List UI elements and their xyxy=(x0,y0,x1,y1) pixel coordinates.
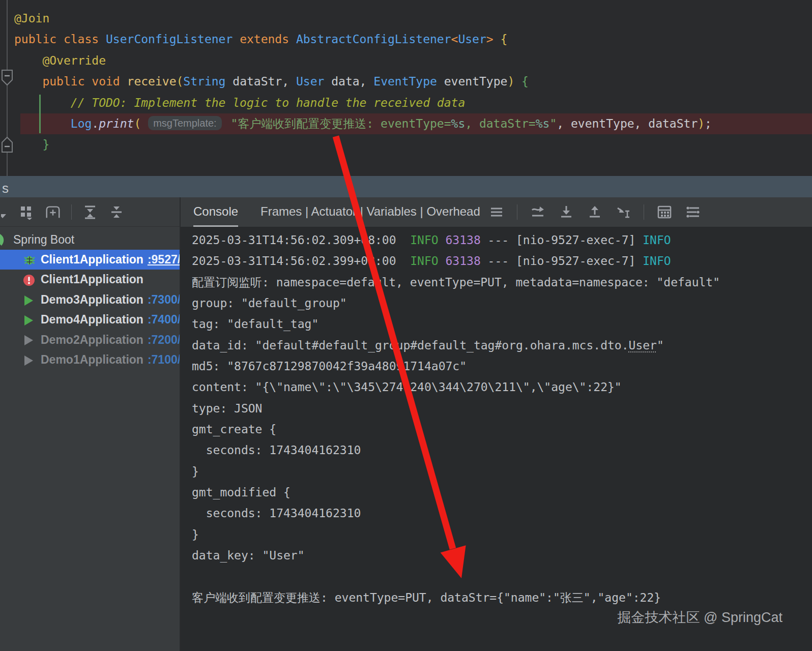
run-config-item[interactable]: Client1Application xyxy=(0,270,180,289)
tree-root-label: Spring Boot xyxy=(13,233,74,246)
run-dashboard-sidebar: Spring Boot Client1Application:9527/Clie… xyxy=(0,197,180,651)
run-config-item[interactable]: Demo3Application:7300/ xyxy=(0,290,180,310)
soft-wrap-icon[interactable] xyxy=(488,204,505,220)
code-token: @Join xyxy=(14,12,49,25)
code-lines: @Joinpublic class UserConfigListener ext… xyxy=(14,8,812,156)
tab-console[interactable]: Console xyxy=(193,197,238,227)
console-line: group: "default_group" xyxy=(192,293,720,314)
console-line: type: JSON xyxy=(192,398,720,419)
console-line: } xyxy=(192,461,720,482)
run-config-name: Demo1Application xyxy=(41,353,143,366)
code-token: , xyxy=(360,75,374,88)
fold-collapse-marker-icon[interactable] xyxy=(1,69,13,86)
code-token: , dataStr= xyxy=(465,117,535,130)
console-text: 63138 xyxy=(446,233,481,247)
code-token: , xyxy=(282,75,296,88)
scroll-to-end-icon[interactable] xyxy=(530,204,546,220)
code-token: eventType xyxy=(444,75,508,88)
code-token: %s xyxy=(536,117,550,130)
console-text: --- [nio-9527-exec-7] xyxy=(481,254,643,268)
console-text: seconds: 1743404162310 xyxy=(192,443,361,457)
console-text: } xyxy=(192,465,199,478)
code-token: User xyxy=(296,75,331,88)
console-text: --- [nio-9527-exec-7] xyxy=(481,233,643,247)
code-token: ) xyxy=(698,117,705,130)
group-tabs-icon[interactable] xyxy=(18,204,35,220)
code-token: ( xyxy=(134,117,141,130)
console-text: data_key: "User" xyxy=(192,549,305,562)
calculator-icon[interactable] xyxy=(656,204,673,220)
code-token: ( xyxy=(177,75,184,88)
code-token: " xyxy=(549,117,557,130)
code-token xyxy=(14,96,71,109)
run-config-item[interactable]: Demo1Application:7100/ xyxy=(0,350,180,370)
code-token: print xyxy=(99,117,134,130)
run-config-item[interactable]: Demo2Application:7200/ xyxy=(0,330,180,350)
code-token: . xyxy=(92,117,99,130)
code-token xyxy=(14,117,71,130)
code-line: @Join xyxy=(14,8,812,29)
expand-all-icon[interactable] xyxy=(82,204,98,220)
console-line: gmt_modified { xyxy=(192,482,720,503)
console-text: INFO xyxy=(643,254,671,268)
console-line: 客户端收到配置变更推送: eventType=PUT, dataStr={"na… xyxy=(192,587,720,608)
code-token: // TODO: Implement the logic to handle t… xyxy=(71,96,465,109)
console-text: type: JSON xyxy=(192,402,262,415)
port-link[interactable]: :7400/ xyxy=(148,313,181,326)
navigate-to-cursor-icon[interactable] xyxy=(615,204,631,220)
tab-frames-actuator-variables-overhead[interactable]: Frames | Actuator | Variables | Overhead xyxy=(260,197,480,225)
run-config-item[interactable]: Demo4Application:7400/ xyxy=(0,310,180,330)
play-icon xyxy=(22,314,38,327)
scroll-down-icon[interactable] xyxy=(558,204,574,220)
run-config-name: Demo4Application xyxy=(41,313,143,326)
code-token xyxy=(494,33,501,46)
console-output[interactable]: 2025-03-31T14:56:02.309+08:00 INFO 63138… xyxy=(192,230,720,608)
console-line: gmt_create { xyxy=(192,419,720,440)
console-line: 2025-03-31T14:56:02.309+08:00 INFO 63138… xyxy=(192,230,720,251)
add-service-icon[interactable] xyxy=(45,204,61,220)
console-text: } xyxy=(192,528,199,541)
run-config-name: Client1Application xyxy=(41,253,143,266)
fold-expand-marker-icon[interactable] xyxy=(1,136,13,154)
show-options-icon[interactable] xyxy=(685,204,701,220)
sidebar-toolbar xyxy=(0,197,180,227)
console-line xyxy=(192,567,720,587)
run-config-item[interactable]: Client1Application:9527/ xyxy=(0,250,180,270)
code-line: @Override xyxy=(14,50,812,71)
console-line: content: "{\"name\":\"\345\274\240\344\2… xyxy=(192,377,720,398)
code-editor[interactable]: @Joinpublic class UserConfigListener ext… xyxy=(0,0,812,176)
scroll-up-icon[interactable] xyxy=(587,204,603,220)
console-line: tag: "default_tag" xyxy=(192,314,720,335)
console-text: INFO xyxy=(410,233,438,247)
tree-root-spring-boot[interactable]: Spring Boot xyxy=(0,230,180,250)
port-link[interactable]: :7100/ xyxy=(148,353,181,366)
chevron-down-icon[interactable] xyxy=(1,204,8,220)
console-text xyxy=(439,233,446,247)
code-token: %s xyxy=(451,117,466,130)
console-text: 客户端收到配置变更推送: eventType=PUT, dataStr={"na… xyxy=(192,591,661,604)
code-token: @Override xyxy=(42,54,106,67)
code-line: public class UserConfigListener extends … xyxy=(14,29,812,50)
console-text: content: "{\"name\":\"\345\274\240\344\2… xyxy=(192,380,622,394)
port-link[interactable]: :7200/ xyxy=(148,333,181,346)
code-token: { xyxy=(501,33,508,46)
port-link[interactable]: :9527/ xyxy=(148,253,181,266)
code-token: data xyxy=(331,75,359,88)
code-token: ; xyxy=(705,117,712,130)
console-text: 63138 xyxy=(446,254,481,268)
console-text: gmt_modified { xyxy=(192,486,291,499)
console-text: data_id: "default#default_group#default_… xyxy=(192,339,629,352)
port-link[interactable]: :7300/ xyxy=(148,293,181,306)
toolbar-separator xyxy=(517,204,517,220)
console-text: INFO xyxy=(410,254,438,268)
code-token: receive xyxy=(127,75,177,88)
code-token: public void xyxy=(42,75,127,88)
collapse-all-icon[interactable] xyxy=(108,204,125,220)
console-panel: Console Frames | Actuator | Variables | … xyxy=(181,197,812,651)
console-tab-strip: Console Frames | Actuator | Variables | … xyxy=(181,197,812,227)
console-toolbar xyxy=(488,197,701,227)
code-token: dataStr xyxy=(233,75,282,88)
console-line: md5: "8767c87129870042f39a48091714a07c" xyxy=(192,356,720,377)
error-badge-icon xyxy=(22,274,38,287)
run-configurations-tree: Spring Boot Client1Application:9527/Clie… xyxy=(0,230,180,370)
